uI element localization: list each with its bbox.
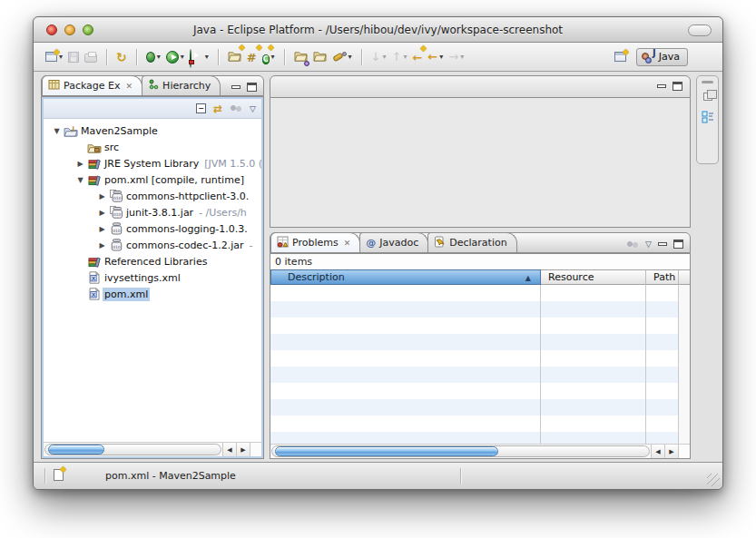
scroll-thumb[interactable]	[275, 446, 498, 456]
close-icon[interactable]: ✕	[344, 239, 351, 248]
open-type-button[interactable]	[291, 46, 310, 67]
back-button[interactable]: ← ▾	[425, 49, 446, 64]
problems-horizontal-scrollbar[interactable]: ◀ ▶	[270, 444, 690, 458]
run-button[interactable]: ▾	[163, 49, 187, 65]
chevron-down-icon[interactable]: ▾	[59, 54, 63, 61]
search-button[interactable]: ▾	[329, 49, 355, 65]
window-resize-grip[interactable]	[707, 474, 720, 486]
chevron-down-icon[interactable]: ▾	[205, 54, 209, 61]
chevron-down-icon[interactable]: ▾	[271, 54, 275, 61]
forward-button[interactable]: → ▾	[446, 49, 466, 64]
open-perspective-button[interactable]	[612, 50, 629, 64]
filter-menu-button[interactable]	[230, 104, 242, 112]
tree-item-ivysettings[interactable]: X ivysettings.xml	[44, 269, 261, 286]
next-annotation-button[interactable]: ↓ ▾	[368, 49, 389, 64]
statusbar-separator	[44, 468, 45, 484]
tab-problems[interactable]: Problems ✕	[270, 232, 360, 252]
svg-text:J: J	[71, 125, 74, 132]
library-icon	[86, 256, 103, 268]
chevron-down-icon[interactable]: ▾	[349, 54, 352, 61]
save-button[interactable]	[65, 50, 82, 64]
outline-view-icon[interactable]	[702, 110, 714, 122]
scroll-right-button[interactable]: ▶	[664, 445, 678, 458]
scroll-track[interactable]	[44, 444, 221, 455]
tree-item-referenced-libraries[interactable]: Referenced Libraries	[44, 253, 261, 269]
new-wizard-button[interactable]: ▾	[43, 50, 65, 64]
tab-package-explorer[interactable]: Package Ex ✕	[42, 75, 142, 95]
view-menu-button[interactable]: ▽	[250, 104, 256, 113]
tree-item-pom-xml[interactable]: X pom.xml	[44, 286, 261, 302]
column-header-description[interactable]: Description ▲	[270, 269, 541, 285]
last-edit-location-button[interactable]: ←	[409, 46, 425, 67]
maximize-view-icon[interactable]	[673, 240, 683, 249]
scroll-left-button[interactable]: ◀	[222, 443, 236, 456]
tab-declaration[interactable]: Declaration	[427, 232, 516, 252]
scroll-thumb[interactable]	[48, 445, 104, 455]
tab-hierarchy[interactable]: Hierarchy	[142, 75, 221, 95]
open-type-icon	[294, 48, 308, 65]
hierarchy-icon	[148, 79, 159, 93]
expand-icon[interactable]: ▼	[74, 176, 86, 184]
tree-item-pom-container[interactable]: ▼ pom.xml [compile, runtime]	[44, 171, 261, 188]
filter-icon	[230, 104, 242, 112]
problems-view: Problems ✕ @ Javadoc Declaration	[270, 232, 691, 459]
external-tools-button[interactable]: ▾	[187, 48, 211, 65]
tab-javadoc[interactable]: @ Javadoc	[359, 232, 428, 252]
expand-icon[interactable]: ▶	[74, 160, 86, 168]
column-divider[interactable]	[540, 285, 541, 444]
chevron-down-icon[interactable]: ▾	[157, 54, 161, 61]
collapse-all-button[interactable]: −	[196, 103, 206, 113]
print-button[interactable]	[82, 50, 100, 64]
drag-handle[interactable]	[702, 81, 713, 83]
chevron-down-icon[interactable]: ▾	[439, 54, 443, 61]
filter-icon[interactable]	[626, 240, 639, 249]
maximize-view-icon[interactable]	[673, 82, 682, 91]
view-menu-icon[interactable]: ▽	[645, 240, 652, 249]
expand-icon[interactable]: ▶	[96, 241, 108, 249]
tree-item-jre-library[interactable]: ▶ JRE System Library [JVM 1.5.0 (	[44, 155, 261, 171]
debug-button[interactable]: ▾	[143, 50, 163, 64]
java-perspective-button[interactable]: J Java	[636, 48, 688, 66]
tree-item-src[interactable]: src	[44, 139, 261, 155]
tree-item-jar[interactable]: ▶ 010 commons-httpclient-3.0.	[44, 188, 261, 204]
problems-table-body[interactable]	[270, 285, 690, 444]
tree-item-jar[interactable]: ▶ 010 commons-codec-1.2.jar -	[44, 237, 261, 253]
new-java-project-button[interactable]	[225, 46, 244, 67]
expand-icon[interactable]: ▶	[96, 192, 108, 201]
new-package-button[interactable]: #	[244, 46, 260, 67]
scroll-track[interactable]	[271, 445, 650, 457]
chevron-down-icon[interactable]: ▾	[460, 54, 464, 61]
expand-icon[interactable]: ▶	[96, 225, 108, 233]
toolbar-toggle-button[interactable]	[688, 24, 712, 36]
column-divider[interactable]	[645, 285, 646, 444]
expand-icon[interactable]: ▼	[51, 127, 63, 135]
tree-item-project[interactable]: ▼ J Maven2Sample	[44, 122, 261, 139]
previous-annotation-button[interactable]: ↑ ▾	[389, 49, 410, 64]
maximize-view-icon[interactable]	[247, 83, 257, 92]
column-header-resource[interactable]: Resource	[541, 269, 646, 285]
close-icon[interactable]: ✕	[126, 82, 133, 91]
title-bar[interactable]: Java - Eclipse Platform - /Users/hibou/d…	[34, 17, 722, 43]
editor-empty-area[interactable]	[270, 98, 691, 228]
scroll-left-button[interactable]: ◀	[651, 445, 664, 458]
scroll-right-button[interactable]: ▶	[236, 443, 250, 456]
explorer-horizontal-scrollbar[interactable]: ◀ ▶	[44, 442, 261, 456]
link-with-editor-button[interactable]: ⇄	[213, 103, 222, 114]
restore-view-icon[interactable]	[703, 93, 712, 101]
vertical-scrollbar-track[interactable]	[678, 285, 690, 444]
chevron-down-icon[interactable]: ▾	[181, 54, 184, 61]
column-header-path[interactable]: Path	[646, 269, 679, 285]
minimize-view-icon[interactable]	[231, 85, 241, 89]
tree-item-jar[interactable]: ▶ 010 commons-logging-1.0.3.	[44, 220, 261, 237]
new-class-button[interactable]: C ▾	[260, 46, 278, 67]
chevron-down-icon[interactable]: ▾	[383, 54, 387, 61]
tree-item-jar[interactable]: ▶ 010 junit-3.8.1.jar - /Users/h	[44, 204, 261, 220]
chevron-down-icon[interactable]: ▾	[403, 54, 407, 61]
expand-icon[interactable]: ▶	[96, 209, 108, 217]
open-resource-button[interactable]	[310, 46, 329, 67]
toolbar-separator	[284, 49, 285, 65]
minimize-view-icon[interactable]	[657, 84, 666, 88]
refresh-button[interactable]: ↻	[113, 49, 130, 65]
jar-icon: 010	[108, 222, 124, 235]
minimize-view-icon[interactable]	[658, 242, 667, 246]
